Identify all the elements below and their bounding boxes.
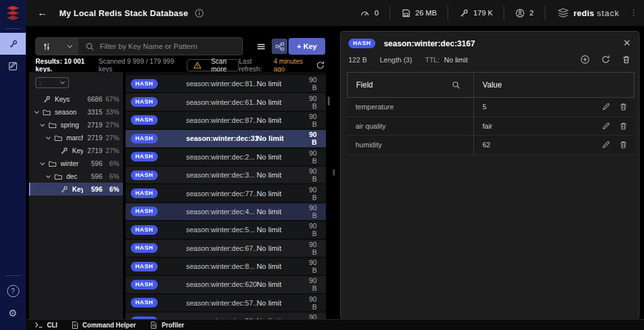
delete-field-icon[interactable]: [619, 102, 628, 111]
bottom-tool[interactable]: Command Helper: [71, 321, 136, 329]
key-size: 90 B: [309, 95, 326, 110]
key-type-badge: HASH: [131, 188, 158, 198]
key-name: season:winter:dec:87...: [186, 116, 257, 124]
tree-item[interactable]: spring 2719 27%: [29, 118, 123, 131]
edit-field-icon[interactable]: [601, 102, 611, 111]
tree-item[interactable]: Keys 6686 67%: [29, 93, 123, 105]
delete-field-icon[interactable]: [619, 140, 628, 149]
tree-item[interactable]: winter 596 6%: [29, 157, 123, 170]
key-row[interactable]: HASH season:winter:dec:5... No limit 90 …: [126, 221, 326, 238]
key-icon: [8, 39, 18, 49]
edit-field-icon[interactable]: [601, 122, 611, 131]
tree-item-percent: 27%: [102, 147, 119, 154]
ttl-label: TTL:: [425, 56, 440, 64]
key-size: 90 B: [309, 113, 326, 128]
key-row[interactable]: HASH season:winter:dec:3... No limit 90 …: [126, 167, 326, 183]
refresh-icon[interactable]: [316, 60, 325, 70]
metric-value: 2: [529, 9, 533, 17]
field-column-header: Field: [356, 80, 373, 89]
key-row[interactable]: HASH season:winter:dec:77... No limit 90…: [126, 185, 326, 201]
overflow-menu-icon[interactable]: ⋮: [630, 8, 638, 17]
key-type-dropdown[interactable]: [36, 38, 79, 55]
topbar-metrics: 0 26 MB: [349, 0, 545, 26]
key-row[interactable]: HASH season:winter:dec:87... No limit 90…: [126, 112, 326, 129]
sidebar: ? ⚙: [0, 0, 26, 330]
edit-field-icon[interactable]: [601, 140, 611, 149]
key-icon: [459, 8, 469, 18]
field-row[interactable]: humidity 62: [347, 136, 634, 155]
panel-resize-handle[interactable]: ∥: [332, 169, 336, 176]
metric-value: 0: [374, 9, 378, 17]
field-row[interactable]: air quality fair: [347, 117, 634, 136]
key-type-badge: HASH: [131, 262, 158, 271]
chevron-down-icon[interactable]: [34, 111, 42, 114]
tree-item[interactable]: Keys 596 6%: [29, 183, 123, 196]
close-icon[interactable]: [623, 39, 631, 47]
key-memory-usage: 122 B: [348, 56, 367, 64]
metric: 179 K: [448, 6, 504, 20]
scrollbar-thumb[interactable]: [328, 96, 330, 105]
key-row[interactable]: HASH season:winter:dec:2... No limit 90 …: [126, 149, 326, 165]
tree-item[interactable]: season 3315 33%: [29, 105, 123, 118]
tree-item-percent: 6%: [102, 172, 119, 180]
key-row[interactable]: HASH season:winter:dec:61... No limit 90…: [126, 93, 326, 110]
key-row[interactable]: HASH season:winter:dec:67... No limit 90…: [126, 240, 326, 257]
info-icon[interactable]: [194, 8, 204, 18]
tree-item[interactable]: dec 596 6%: [29, 170, 123, 183]
field-value: 62: [473, 141, 601, 149]
search-icon[interactable]: [451, 80, 460, 89]
tree-item-label: winter: [61, 160, 83, 167]
chevron-down-icon[interactable]: [40, 124, 48, 127]
scan-more-button[interactable]: Scan more: [187, 59, 239, 71]
key-type-badge: HASH: [131, 206, 158, 216]
tree-item-count: 2719: [83, 121, 102, 129]
tree-view-toggle[interactable]: [272, 39, 287, 54]
chevron-down-icon: [60, 81, 65, 84]
back-button[interactable]: ←: [37, 8, 48, 18]
list-view-toggle[interactable]: [253, 39, 269, 54]
key-name: season:winter:dec:620: [186, 280, 257, 288]
redis-stack-brand: redis stack: [545, 8, 627, 19]
bottom-tool[interactable]: CLI: [35, 322, 57, 329]
delimiter-dropdown[interactable]: :: [35, 77, 69, 88]
key-row[interactable]: HASH season:winter:dec:81... No limit 90…: [126, 75, 326, 92]
profiler-icon: [150, 321, 158, 329]
key-row[interactable]: HASH season:winter:dec:8... No limit 90 …: [126, 258, 326, 275]
key-name: season:winter:dec:3...: [186, 171, 257, 179]
tree-item[interactable]: Keys 2719 27%: [29, 144, 123, 157]
delete-key-icon[interactable]: [621, 55, 631, 64]
tree-item[interactable]: march 2719 27%: [29, 131, 123, 144]
chevron-down-icon[interactable]: [46, 175, 53, 178]
user-icon: [515, 8, 525, 18]
add-key-button[interactable]: + Key: [289, 38, 325, 55]
add-field-icon[interactable]: [580, 55, 590, 64]
key-row[interactable]: HASH season:winter:dec:4... No limit 90 …: [126, 203, 326, 220]
key-row[interactable]: HASH season:winter:dec:57... No limit 90…: [126, 295, 326, 311]
metric: 26 MB: [390, 6, 448, 20]
key-ttl: No limit: [257, 98, 309, 106]
ttl-value[interactable]: No limit: [444, 56, 468, 64]
chevron-down-icon[interactable]: [46, 136, 53, 140]
sidebar-item-help[interactable]: ?: [0, 280, 26, 302]
key-type-badge: HASH: [131, 152, 158, 161]
last-refresh: Last refresh: 4 minutes ago: [239, 57, 325, 73]
sidebar-item-workbench[interactable]: [0, 55, 26, 77]
delimiter-value: :: [39, 79, 41, 86]
key-row[interactable]: HASH season:winter:dec:31... No limit 90…: [126, 130, 326, 147]
key-ttl: No limit: [257, 299, 309, 307]
sidebar-item-browser[interactable]: [0, 33, 26, 55]
refresh-icon[interactable]: [601, 55, 611, 64]
delete-field-icon[interactable]: [619, 122, 628, 131]
field-row[interactable]: temperature 5: [347, 98, 634, 117]
bottom-tool[interactable]: Profiler: [150, 321, 184, 329]
sidebar-item-settings[interactable]: ⚙: [0, 302, 26, 324]
key-filter-input[interactable]: [99, 42, 242, 51]
key-name: season:winter:dec:77...: [186, 190, 257, 197]
scan-more-label: Scan more: [205, 57, 232, 73]
tree-items: Keys 6686 67% season 3315 33%: [29, 93, 123, 196]
key-size: 90 B: [309, 277, 326, 292]
tree-item-label: season: [55, 108, 83, 116]
key-row[interactable]: HASH season:winter:dec:620 No limit 90 B: [126, 276, 326, 293]
key-details-panel: HASH season:winter:dec:3167 122 B Length…: [340, 31, 639, 320]
chevron-down-icon[interactable]: [40, 162, 48, 165]
